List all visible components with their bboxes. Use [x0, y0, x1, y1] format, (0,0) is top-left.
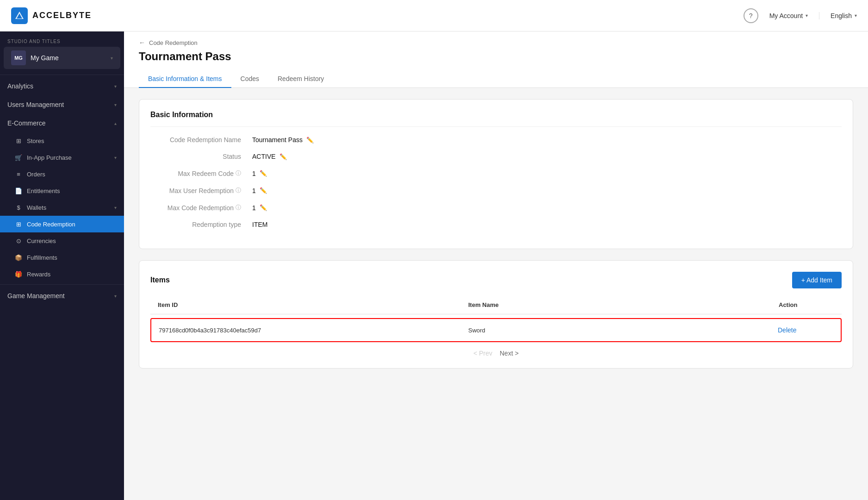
breadcrumb: ← Code Redemption — [139, 39, 853, 46]
sidebar-in-app-label: In-App Purchase — [27, 154, 72, 161]
code-redemption-name-value: Tournament Pass ✏️ — [252, 136, 314, 144]
items-card: Items + Add Item Item ID Item Name Actio… — [139, 260, 853, 369]
prev-button[interactable]: < Prev — [473, 350, 492, 357]
redemption-type-label: Redemption type — [150, 221, 252, 228]
code-redemption-name-label: Code Redemption Name — [150, 136, 252, 144]
item-name-value: Sword — [468, 327, 778, 334]
sidebar-users-label: Users Management — [7, 101, 64, 108]
in-app-purchase-icon: 🛒 — [15, 154, 22, 161]
status-text: ACTIVE — [252, 153, 276, 160]
items-title: Items — [150, 276, 170, 284]
max-redeem-code-info-icon[interactable]: ⓘ — [236, 169, 241, 177]
item-id-value: 797168cd0f0b4a3c91783c40efac59d7 — [159, 327, 468, 334]
my-account-label: My Account — [769, 12, 803, 19]
fulfillments-icon: 📦 — [15, 254, 22, 261]
code-redemption-name-row: Code Redemption Name Tournament Pass ✏️ — [150, 136, 842, 144]
tab-redeem-history[interactable]: Redeem History — [268, 70, 333, 88]
max-user-redemption-info-icon[interactable]: ⓘ — [236, 187, 241, 194]
max-redeem-code-label: Max Redeem Code ⓘ — [150, 169, 252, 177]
top-header: ACCELBYTE ? My Account ▾ English ▾ — [0, 0, 868, 31]
max-redeem-code-row: Max Redeem Code ⓘ 1 ✏️ — [150, 169, 842, 177]
sidebar: STUDIO AND TITLES MG My Game ▾ Analytics… — [0, 31, 124, 500]
max-user-redemption-edit-icon[interactable]: ✏️ — [260, 187, 267, 194]
code-redemption-name-edit-icon[interactable]: ✏️ — [306, 137, 314, 144]
sidebar-divider-1 — [0, 75, 124, 75]
my-account-button[interactable]: My Account ▾ — [769, 12, 819, 19]
logo-area: ACCELBYTE — [11, 7, 92, 24]
sidebar-fulfillments-label: Fulfillments — [27, 254, 57, 261]
sidebar-section-ecommerce[interactable]: E-Commerce ▴ — [0, 114, 124, 132]
page-title: Tournament Pass — [139, 50, 853, 63]
tab-codes[interactable]: Codes — [231, 70, 268, 88]
add-item-button[interactable]: + Add Item — [792, 272, 842, 288]
sidebar-item-game-management[interactable]: Game Management ▾ — [0, 287, 124, 305]
logo-text: ACCELBYTE — [32, 11, 92, 20]
sidebar-currencies-label: Currencies — [27, 238, 56, 244]
max-code-redemption-text: 1 — [252, 204, 256, 212]
max-code-redemption-row: Max Code Redemption ⓘ 1 ✏️ — [150, 204, 842, 212]
sidebar-item-rewards[interactable]: 🎁 Rewards — [0, 266, 124, 282]
max-redeem-code-value: 1 ✏️ — [252, 170, 267, 177]
language-selector[interactable]: English ▾ — [831, 12, 857, 19]
max-redeem-code-edit-icon[interactable]: ✏️ — [260, 170, 267, 177]
sidebar-ecommerce-label: E-Commerce — [7, 119, 45, 127]
sidebar-item-analytics[interactable]: Analytics ▾ — [0, 77, 124, 95]
breadcrumb-parent[interactable]: Code Redemption — [149, 39, 198, 46]
max-code-redemption-value: 1 ✏️ — [252, 204, 267, 212]
sidebar-item-orders[interactable]: ≡ Orders — [0, 166, 124, 182]
rewards-icon: 🎁 — [15, 270, 22, 278]
game-avatar: MG — [11, 50, 26, 65]
tab-codes-label: Codes — [241, 75, 259, 82]
content-body: Basic Information Code Redemption Name T… — [124, 88, 868, 500]
wallets-icon: $ — [15, 204, 22, 211]
main-layout: STUDIO AND TITLES MG My Game ▾ Analytics… — [0, 31, 868, 500]
status-edit-icon[interactable]: ✏️ — [279, 153, 287, 160]
users-chevron: ▾ — [114, 102, 117, 107]
item-action: Delete — [778, 326, 833, 334]
help-icon[interactable]: ? — [744, 8, 758, 23]
table-row: 797168cd0f0b4a3c91783c40efac59d7 Sword D… — [150, 318, 842, 342]
sidebar-entitlements-label: Entitlements — [27, 188, 60, 194]
sidebar-item-in-app-purchase[interactable]: 🛒 In-App Purchase ▾ — [0, 149, 124, 166]
delete-button[interactable]: Delete — [778, 326, 796, 334]
sidebar-analytics-label: Analytics — [7, 82, 33, 90]
status-row: Status ACTIVE ✏️ — [150, 153, 842, 160]
max-user-redemption-label: Max User Redemption ⓘ — [150, 187, 252, 194]
next-button[interactable]: Next > — [500, 350, 519, 357]
basic-information-card: Basic Information Code Redemption Name T… — [139, 99, 853, 249]
column-header-action: Action — [779, 301, 834, 308]
content-area: ← Code Redemption Tournament Pass Basic … — [124, 31, 868, 500]
in-app-chevron: ▾ — [114, 155, 117, 160]
analytics-chevron: ▾ — [114, 84, 117, 89]
max-code-redemption-edit-icon[interactable]: ✏️ — [260, 204, 267, 211]
sidebar-item-fulfillments[interactable]: 📦 Fulfillments — [0, 249, 124, 266]
column-header-id: Item ID — [158, 301, 468, 308]
sidebar-item-entitlements[interactable]: 📄 Entitlements — [0, 182, 124, 199]
add-item-label: + Add Item — [801, 276, 832, 284]
studio-label: STUDIO AND TITLES — [0, 31, 124, 47]
items-header: Items + Add Item — [150, 272, 842, 288]
content-header: ← Code Redemption Tournament Pass Basic … — [124, 31, 868, 88]
tab-basic-info[interactable]: Basic Information & Items — [139, 70, 231, 88]
status-label: Status — [150, 153, 252, 160]
sidebar-item-users-management[interactable]: Users Management ▾ — [0, 95, 124, 114]
sidebar-wallets-label: Wallets — [27, 204, 46, 211]
column-header-name: Item Name — [468, 301, 779, 308]
sidebar-item-currencies[interactable]: ⊙ Currencies — [0, 232, 124, 249]
sidebar-code-redemption-label: Code Redemption — [27, 221, 75, 228]
game-name: My Game — [31, 54, 106, 62]
basic-info-title: Basic Information — [150, 111, 842, 127]
sidebar-item-stores[interactable]: ⊞ Stores — [0, 132, 124, 149]
code-redemption-name-text: Tournament Pass — [252, 136, 303, 144]
currencies-icon: ⊙ — [15, 237, 22, 244]
table-header: Item ID Item Name Action — [150, 296, 842, 314]
status-value: ACTIVE ✏️ — [252, 153, 287, 160]
sidebar-item-wallets[interactable]: $ Wallets ▾ — [0, 199, 124, 216]
game-selector[interactable]: MG My Game ▾ — [4, 47, 120, 69]
breadcrumb-arrow: ← — [139, 39, 145, 46]
redemption-type-row: Redemption type ITEM — [150, 221, 842, 228]
tab-basic-info-label: Basic Information & Items — [148, 75, 222, 82]
sidebar-item-code-redemption[interactable]: ⊞ Code Redemption — [0, 216, 124, 232]
sidebar-rewards-label: Rewards — [27, 271, 50, 278]
max-code-redemption-info-icon[interactable]: ⓘ — [236, 204, 241, 212]
